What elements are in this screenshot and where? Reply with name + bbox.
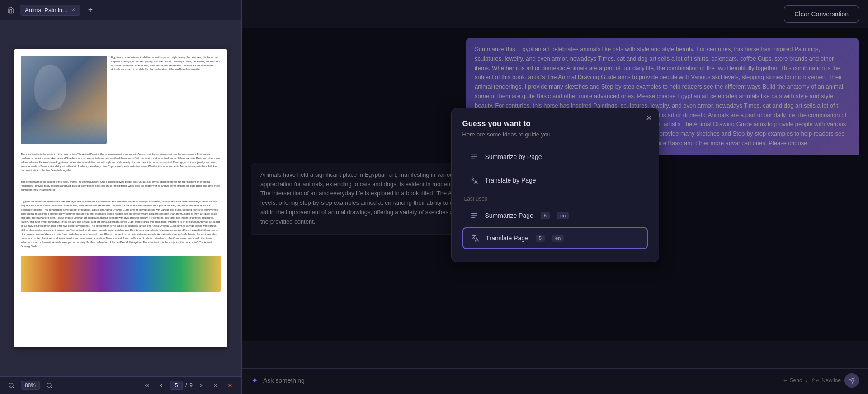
newline-shortcut-label: ⇧↵ Newline	[811, 377, 841, 384]
tab-title: Animal Paintin...	[25, 7, 67, 14]
clear-conversation-button[interactable]: Clear Conversation	[784, 5, 859, 23]
translate-page-badge-lang: en	[552, 235, 564, 242]
tab-close-button[interactable]: ✕	[71, 7, 75, 13]
pdf-page: Egyptian art celebrates animals like cat…	[14, 49, 227, 347]
zoom-level: 88%	[21, 381, 40, 390]
tab-add-button[interactable]: +	[84, 4, 97, 16]
chat-panel: Clear Conversation Summarize this: Egypt…	[242, 0, 868, 394]
modal-option-translate-by-page[interactable]: Translate by Page	[462, 169, 648, 191]
modal-subtitle: Here are some ideas to guide you.	[462, 131, 648, 138]
modal-close-button[interactable]: ✕	[646, 114, 652, 122]
modal-option-translate-page[interactable]: Translate Page 5 en	[462, 227, 648, 249]
pdf-image-pencils	[21, 256, 221, 292]
last-page-button[interactable]	[210, 380, 222, 391]
chat-input-area: ✦ ↵ Send / ⇧↵ Newline	[242, 368, 868, 394]
page-navigation: 5 / 9 ✕	[141, 380, 236, 391]
modal-option-summarize-by-page[interactable]: Summarize by Page	[462, 146, 648, 168]
svg-line-1	[13, 387, 14, 388]
pdf-text-paragraph-1: This combination is the subject of this …	[21, 152, 221, 173]
translate-page-label: Translate Page	[486, 235, 528, 242]
translate-icon	[469, 175, 480, 186]
summarize-icon	[469, 151, 480, 162]
page-separator: /	[185, 382, 187, 389]
zoom-in-button[interactable]	[5, 380, 17, 391]
summarize-page-badge-num: 5	[541, 212, 550, 219]
pdf-text-paragraph-2: This combination is the subject of this …	[21, 180, 221, 192]
translate-page-badge-num: 5	[536, 235, 545, 242]
home-button[interactable]	[4, 3, 18, 17]
tab-bar: Animal Paintin... ✕ +	[0, 0, 241, 20]
translate-page-icon	[470, 233, 481, 244]
send-shortcut-label: ↵ Send	[783, 377, 802, 384]
pdf-toolbar: 88% 5 / 9	[0, 376, 241, 394]
svg-line-5	[51, 387, 52, 388]
close-document-button[interactable]: ✕	[224, 380, 236, 391]
chat-header: Clear Conversation	[242, 0, 868, 28]
next-page-button[interactable]	[195, 380, 207, 391]
modal-title: Guess you want to	[462, 119, 648, 128]
chat-input-actions: ↵ Send / ⇧↵ Newline	[783, 373, 859, 388]
pdf-text-right-column: Egyptian art celebrates animals like cat…	[111, 56, 221, 146]
first-page-button[interactable]	[141, 380, 153, 391]
summarize-by-page-label: Summarize by Page	[485, 153, 542, 160]
modal-overlay: ✕ Guess you want to Here are some ideas …	[242, 28, 868, 341]
summarize-page-badge-lang: en	[557, 212, 569, 219]
last-used-label: Last used	[462, 196, 648, 202]
modal-option-summarize-page[interactable]: Summarize Page 5 en	[462, 206, 648, 225]
pdf-content-area: Egyptian art celebrates animals like cat…	[0, 20, 241, 376]
page-total: 9	[189, 382, 193, 389]
page-number-input[interactable]: 5	[170, 381, 183, 390]
chat-input-field[interactable]	[263, 377, 779, 384]
guess-modal: ✕ Guess you want to Here are some ideas …	[451, 108, 659, 262]
chat-messages: Summarize this: Egyptian art celebrates …	[242, 28, 868, 368]
pdf-image-elephant	[21, 56, 107, 144]
pdf-text-paragraph-3: Egyptian art celebrates animals like cat…	[21, 200, 221, 249]
summarize-page-icon	[469, 210, 480, 221]
send-button[interactable]	[844, 373, 859, 388]
pdf-panel: Animal Paintin... ✕ + Egyptian art celeb…	[0, 0, 242, 394]
divider: /	[806, 377, 807, 384]
sparkle-icon: ✦	[251, 375, 259, 386]
tab-item-pdf[interactable]: Animal Paintin... ✕	[20, 5, 80, 16]
zoom-out-button[interactable]	[43, 380, 55, 391]
translate-by-page-label: Translate by Page	[485, 177, 536, 184]
summarize-page-label: Summarize Page	[485, 212, 533, 219]
prev-page-button[interactable]	[156, 380, 167, 391]
